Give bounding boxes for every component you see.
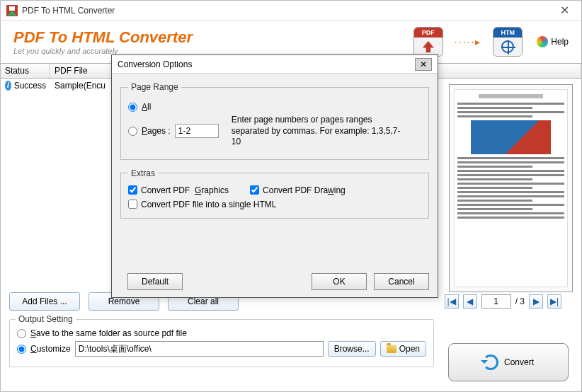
browse-button[interactable]: Browse... xyxy=(328,341,376,357)
ok-button[interactable]: OK xyxy=(312,273,367,290)
pager-total: / 3 xyxy=(515,296,525,306)
open-button[interactable]: Open xyxy=(380,341,426,357)
pager-last-button[interactable]: ▶| xyxy=(547,294,561,309)
save-same-label[interactable]: SSave to the same folder as source pdf f… xyxy=(30,328,187,338)
brand-title: PDF To HTML Converter xyxy=(13,28,413,47)
preview-pane xyxy=(449,84,573,292)
page-range-hint: Enter page numbers or pages ranges separ… xyxy=(232,115,401,148)
pager-first-button[interactable]: |◀ xyxy=(445,294,459,309)
default-button[interactable]: Default xyxy=(127,273,183,290)
help-link[interactable]: Help xyxy=(537,36,569,47)
htm-badge: HTM xyxy=(493,27,523,57)
app-icon xyxy=(6,5,18,16)
globe-icon xyxy=(501,40,514,53)
pager-current-input[interactable] xyxy=(481,294,511,309)
cancel-button[interactable]: Cancel xyxy=(374,273,429,290)
save-same-radio[interactable] xyxy=(17,329,26,338)
single-html-checkbox[interactable]: Convert PDF file into a single HTML xyxy=(128,200,276,209)
page-range-all-radio[interactable] xyxy=(128,103,137,112)
info-icon: i xyxy=(5,81,11,91)
pdf-badge: PDF xyxy=(413,27,443,57)
convert-label: Convert xyxy=(504,357,534,367)
page-range-input[interactable] xyxy=(175,124,219,138)
help-label: Help xyxy=(551,37,569,47)
output-path-input[interactable] xyxy=(75,341,324,357)
convert-icon xyxy=(483,354,498,370)
folder-icon xyxy=(387,345,396,353)
dialog-close-button[interactable]: ✕ xyxy=(415,58,432,71)
svg-rect-1 xyxy=(9,6,15,11)
output-setting-group: Output Setting SSave to the same folder … xyxy=(9,319,434,367)
window-close-button[interactable]: ✕ xyxy=(553,4,576,17)
add-files-button[interactable]: Add Files ... xyxy=(9,292,80,311)
pager: |◀ ◀ / 3 ▶ ▶| xyxy=(445,294,561,309)
brand: PDF To HTML Converter Let you quickly an… xyxy=(13,28,413,55)
pdf-badge-label: PDF xyxy=(414,28,443,38)
page-range-pages-label[interactable]: Pages : xyxy=(142,126,171,136)
col-status[interactable]: Status xyxy=(1,64,50,78)
customize-radio[interactable] xyxy=(17,345,26,354)
convert-button[interactable]: Convert xyxy=(448,343,569,381)
dialog-buttons: Default OK Cancel xyxy=(120,273,429,290)
arrow-icon: ·····▸ xyxy=(455,36,481,47)
titlebar: PDF To HTML Converter ✕ xyxy=(1,1,581,21)
extras-legend: Extras xyxy=(128,168,158,178)
page-range-group: Page Range All Pages : Enter page number… xyxy=(120,82,429,160)
page-range-legend: Page Range xyxy=(128,82,181,92)
extras-group: Extras Convert PDF Graphics Convert PDF … xyxy=(120,168,429,219)
preview-document xyxy=(454,89,568,287)
dialog-title: Conversion Options xyxy=(118,59,415,69)
page-range-pages-radio[interactable] xyxy=(128,127,137,136)
status-text: Success xyxy=(14,81,46,91)
conversion-options-dialog: Conversion Options ✕ Page Range All Page… xyxy=(111,54,438,298)
file-text: Sample(Encu xyxy=(50,81,110,91)
badge-box: PDF ·····▸ HTM xyxy=(413,27,523,57)
page-range-all-label[interactable]: All xyxy=(142,102,151,112)
help-icon xyxy=(537,36,548,47)
convert-drawing-checkbox[interactable]: Convert PDF Drawing xyxy=(250,185,346,195)
pdf-icon xyxy=(423,41,434,52)
htm-badge-label: HTM xyxy=(493,28,522,38)
output-legend: Output Setting xyxy=(16,314,76,324)
window-title: PDF To HTML Converter xyxy=(22,6,553,16)
open-label: Open xyxy=(399,344,420,354)
customize-label[interactable]: Customize xyxy=(30,344,71,354)
pager-next-button[interactable]: ▶ xyxy=(529,294,543,309)
pager-prev-button[interactable]: ◀ xyxy=(463,294,477,309)
dialog-titlebar: Conversion Options ✕ xyxy=(112,55,438,74)
convert-graphics-checkbox[interactable]: Convert PDF Graphics xyxy=(128,185,229,195)
